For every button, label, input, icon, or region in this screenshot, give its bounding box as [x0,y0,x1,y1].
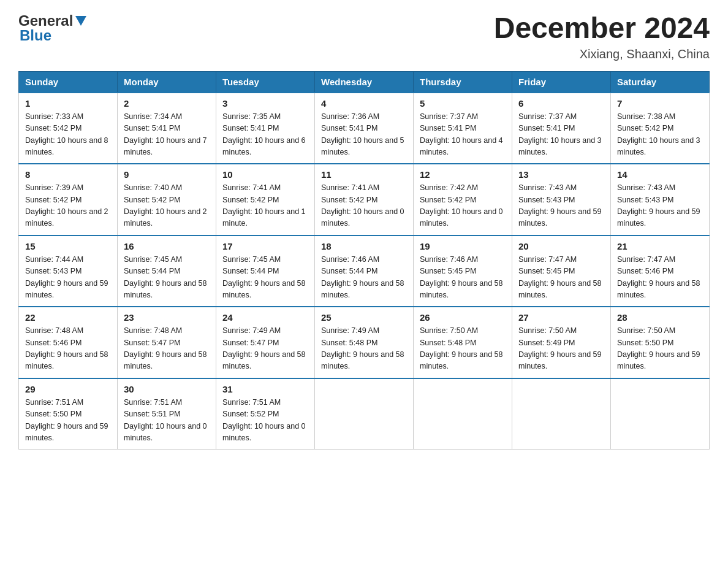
day-info: Sunrise: 7:48 AMSunset: 5:47 PMDaylight:… [124,326,207,370]
calendar-cell: 18 Sunrise: 7:46 AMSunset: 5:44 PMDaylig… [315,236,414,307]
day-info: Sunrise: 7:46 AMSunset: 5:45 PMDaylight:… [420,255,503,299]
day-number: 27 [518,312,604,323]
day-info: Sunrise: 7:44 AMSunset: 5:43 PMDaylight:… [25,255,108,299]
calendar-cell: 6 Sunrise: 7:37 AMSunset: 5:41 PMDayligh… [512,93,611,164]
day-info: Sunrise: 7:45 AMSunset: 5:44 PMDaylight:… [222,255,306,299]
day-info: Sunrise: 7:39 AMSunset: 5:42 PMDaylight:… [25,183,108,228]
calendar-cell: 4 Sunrise: 7:36 AMSunset: 5:41 PMDayligh… [315,93,414,164]
day-number: 7 [617,98,703,109]
calendar-cell: 30 Sunrise: 7:51 AMSunset: 5:51 PMDaylig… [118,378,216,450]
week-row-3: 15 Sunrise: 7:44 AMSunset: 5:43 PMDaylig… [19,236,710,307]
day-info: Sunrise: 7:49 AMSunset: 5:47 PMDaylight:… [222,326,306,370]
calendar-cell: 29 Sunrise: 7:51 AMSunset: 5:50 PMDaylig… [19,378,118,450]
calendar-cell: 17 Sunrise: 7:45 AMSunset: 5:44 PMDaylig… [216,236,315,307]
day-number: 26 [420,312,506,323]
calendar-cell: 5 Sunrise: 7:37 AMSunset: 5:41 PMDayligh… [414,93,512,164]
day-number: 23 [124,312,210,323]
week-row-2: 8 Sunrise: 7:39 AMSunset: 5:42 PMDayligh… [19,164,710,236]
day-info: Sunrise: 7:35 AMSunset: 5:41 PMDaylight:… [222,112,306,156]
month-year-title: December 2024 [494,12,710,45]
calendar-cell: 15 Sunrise: 7:44 AMSunset: 5:43 PMDaylig… [19,236,118,307]
day-info: Sunrise: 7:51 AMSunset: 5:52 PMDaylight:… [222,398,306,442]
calendar-table: SundayMondayTuesdayWednesdayThursdayFrid… [18,71,710,450]
day-number: 29 [25,384,111,394]
col-header-tuesday: Tuesday [216,71,315,93]
day-number: 6 [518,98,604,109]
calendar-cell: 22 Sunrise: 7:48 AMSunset: 5:46 PMDaylig… [19,307,118,378]
calendar-cell [611,378,710,450]
logo: General Blue [18,12,88,44]
day-number: 2 [124,98,210,109]
col-header-wednesday: Wednesday [315,71,414,93]
day-info: Sunrise: 7:45 AMSunset: 5:44 PMDaylight:… [124,255,207,299]
day-info: Sunrise: 7:42 AMSunset: 5:42 PMDaylight:… [420,183,503,228]
calendar-cell: 24 Sunrise: 7:49 AMSunset: 5:47 PMDaylig… [216,307,315,378]
day-info: Sunrise: 7:51 AMSunset: 5:50 PMDaylight:… [25,398,108,442]
day-info: Sunrise: 7:51 AMSunset: 5:51 PMDaylight:… [124,398,207,442]
day-number: 12 [420,169,506,180]
day-number: 21 [617,241,703,251]
calendar-cell: 3 Sunrise: 7:35 AMSunset: 5:41 PMDayligh… [216,93,315,164]
day-info: Sunrise: 7:43 AMSunset: 5:43 PMDaylight:… [518,183,602,228]
calendar-cell: 20 Sunrise: 7:47 AMSunset: 5:45 PMDaylig… [512,236,611,307]
day-number: 1 [25,98,111,109]
day-info: Sunrise: 7:40 AMSunset: 5:42 PMDaylight:… [124,183,207,228]
calendar-cell: 16 Sunrise: 7:45 AMSunset: 5:44 PMDaylig… [118,236,216,307]
calendar-cell: 10 Sunrise: 7:41 AMSunset: 5:42 PMDaylig… [216,164,315,236]
day-info: Sunrise: 7:49 AMSunset: 5:48 PMDaylight:… [321,326,404,370]
day-info: Sunrise: 7:43 AMSunset: 5:43 PMDaylight:… [617,183,700,228]
week-row-5: 29 Sunrise: 7:51 AMSunset: 5:50 PMDaylig… [19,378,710,450]
calendar-cell [414,378,512,450]
day-number: 24 [222,312,308,323]
day-number: 16 [124,241,210,251]
calendar-header-row: SundayMondayTuesdayWednesdayThursdayFrid… [19,71,710,93]
day-info: Sunrise: 7:48 AMSunset: 5:46 PMDaylight:… [25,326,108,370]
calendar-cell: 21 Sunrise: 7:47 AMSunset: 5:46 PMDaylig… [611,236,710,307]
day-number: 11 [321,169,407,180]
day-number: 13 [518,169,604,180]
week-row-1: 1 Sunrise: 7:33 AMSunset: 5:42 PMDayligh… [19,93,710,164]
logo-triangle-icon [74,13,88,27]
calendar-cell: 7 Sunrise: 7:38 AMSunset: 5:42 PMDayligh… [611,93,710,164]
col-header-thursday: Thursday [414,71,512,93]
day-number: 14 [617,169,703,180]
calendar-cell: 23 Sunrise: 7:48 AMSunset: 5:47 PMDaylig… [118,307,216,378]
title-area: December 2024 Xixiang, Shaanxi, China [494,12,710,61]
day-number: 31 [222,384,308,394]
day-number: 3 [222,98,308,109]
day-number: 19 [420,241,506,251]
day-info: Sunrise: 7:37 AMSunset: 5:41 PMDaylight:… [518,112,602,156]
logo-blue-text: Blue [20,27,51,44]
day-info: Sunrise: 7:36 AMSunset: 5:41 PMDaylight:… [321,112,404,156]
day-info: Sunrise: 7:46 AMSunset: 5:44 PMDaylight:… [321,255,404,299]
col-header-monday: Monday [118,71,216,93]
day-info: Sunrise: 7:37 AMSunset: 5:41 PMDaylight:… [420,112,503,156]
page-header: General Blue December 2024 Xixiang, Shaa… [18,12,710,61]
col-header-saturday: Saturday [611,71,710,93]
day-info: Sunrise: 7:50 AMSunset: 5:49 PMDaylight:… [518,326,602,370]
day-number: 17 [222,241,308,251]
calendar-cell: 31 Sunrise: 7:51 AMSunset: 5:52 PMDaylig… [216,378,315,450]
day-number: 30 [124,384,210,394]
calendar-cell: 27 Sunrise: 7:50 AMSunset: 5:49 PMDaylig… [512,307,611,378]
calendar-cell [512,378,611,450]
col-header-friday: Friday [512,71,611,93]
calendar-cell: 9 Sunrise: 7:40 AMSunset: 5:42 PMDayligh… [118,164,216,236]
day-number: 8 [25,169,111,180]
day-number: 9 [124,169,210,180]
day-number: 5 [420,98,506,109]
day-info: Sunrise: 7:41 AMSunset: 5:42 PMDaylight:… [321,183,404,228]
day-number: 22 [25,312,111,323]
calendar-cell: 1 Sunrise: 7:33 AMSunset: 5:42 PMDayligh… [19,93,118,164]
day-number: 15 [25,241,111,251]
calendar-cell: 2 Sunrise: 7:34 AMSunset: 5:41 PMDayligh… [118,93,216,164]
col-header-sunday: Sunday [19,71,118,93]
calendar-cell: 25 Sunrise: 7:49 AMSunset: 5:48 PMDaylig… [315,307,414,378]
day-number: 25 [321,312,407,323]
calendar-cell: 11 Sunrise: 7:41 AMSunset: 5:42 PMDaylig… [315,164,414,236]
calendar-cell: 26 Sunrise: 7:50 AMSunset: 5:48 PMDaylig… [414,307,512,378]
day-info: Sunrise: 7:34 AMSunset: 5:41 PMDaylight:… [124,112,207,156]
day-info: Sunrise: 7:38 AMSunset: 5:42 PMDaylight:… [617,112,700,156]
calendar-cell [315,378,414,450]
day-info: Sunrise: 7:50 AMSunset: 5:50 PMDaylight:… [617,326,700,370]
